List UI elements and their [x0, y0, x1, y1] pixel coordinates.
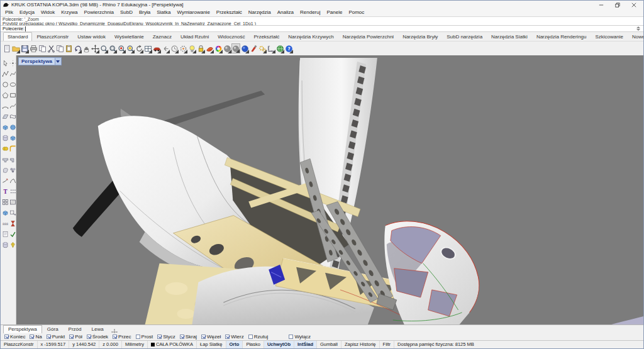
- smarttrack[interactable]: IntŚlad: [294, 341, 317, 348]
- text-icon[interactable]: T: [1, 187, 9, 195]
- osnap-toggle[interactable]: UchwytOb: [264, 341, 294, 348]
- tab-szkicowanie[interactable]: Szkicowanie: [591, 32, 628, 41]
- worksession-icon[interactable]: [9, 209, 16, 216]
- y-coordinate[interactable]: y 1440.542: [69, 341, 99, 348]
- display-options-icon[interactable]: [179, 43, 187, 53]
- rendered-display-icon[interactable]: [231, 43, 240, 53]
- ortho[interactable]: Orto: [226, 341, 243, 348]
- record-history[interactable]: Zapisz Historię: [341, 341, 380, 348]
- checkbox-pół[interactable]: [69, 335, 74, 339]
- menu-item-wymiarowanie[interactable]: Wymiarowanie: [174, 9, 213, 16]
- tab-nowe-w-v7[interactable]: Nowe w v7: [628, 32, 644, 41]
- checkbox-koniec[interactable]: [4, 335, 9, 339]
- loft-icon[interactable]: [9, 113, 16, 120]
- tab-narzędzia-siatki[interactable]: Narzędzia Siatki: [487, 32, 532, 41]
- gem-icon[interactable]: [9, 241, 16, 248]
- pan-icon[interactable]: [82, 43, 91, 53]
- hatch-icon[interactable]: [9, 198, 16, 206]
- checkbox-przec[interactable]: [113, 335, 117, 339]
- checkbox-punkt[interactable]: [47, 335, 51, 339]
- osnap-wierz[interactable]: Wierz: [225, 334, 243, 340]
- raytraced-display-icon[interactable]: [240, 43, 249, 53]
- polyline-icon[interactable]: [1, 70, 9, 77]
- osnap-skraj[interactable]: Skraj: [180, 334, 197, 340]
- options-icon[interactable]: [258, 43, 267, 53]
- view-history-icon[interactable]: [170, 43, 179, 53]
- checkbox-rzutuj[interactable]: [248, 335, 253, 339]
- pipe-elbow-icon[interactable]: [9, 155, 16, 163]
- menu-item-panele[interactable]: Panele: [323, 9, 345, 16]
- freeform-curve-icon[interactable]: [9, 102, 16, 109]
- osnap-pół[interactable]: Pół: [69, 334, 82, 340]
- boolean-union-icon[interactable]: [1, 145, 9, 152]
- x-coordinate[interactable]: x -1599.517: [38, 341, 70, 348]
- web-browser-icon[interactable]: [275, 43, 284, 53]
- named-view-icon[interactable]: [152, 43, 161, 53]
- help-icon[interactable]: ?: [284, 43, 293, 53]
- tab-płaszczkonstr[interactable]: PłaszczKonstr: [32, 32, 73, 41]
- arc-blend-icon[interactable]: [9, 177, 16, 184]
- viewport-tab-przod[interactable]: Przód: [64, 325, 87, 334]
- arc-icon[interactable]: [1, 102, 9, 109]
- osnap-środek[interactable]: Środek: [87, 334, 108, 340]
- menu-item-subd[interactable]: SubD: [117, 9, 136, 16]
- minimize-button[interactable]: [593, 1, 609, 9]
- gumball[interactable]: Gumball: [317, 341, 341, 348]
- blob-surface-icon[interactable]: [1, 166, 9, 174]
- menu-item-pomoc[interactable]: Pomoc: [345, 9, 367, 16]
- polygon-icon[interactable]: [1, 91, 9, 99]
- copy-icon[interactable]: [55, 43, 64, 53]
- osnap-przec[interactable]: Przec: [113, 334, 131, 340]
- checkbox-wyłącz[interactable]: [289, 335, 293, 339]
- viewport-tab-perspektywa[interactable]: Perspektywa: [3, 325, 42, 334]
- open-file-icon[interactable]: [11, 43, 20, 53]
- checkbox-skraj[interactable]: [180, 335, 184, 339]
- tab-zaznacz[interactable]: Zaznacz: [148, 32, 176, 41]
- maximize-button[interactable]: [609, 1, 626, 9]
- control-point-curve-icon[interactable]: [9, 70, 16, 77]
- history-hourglass-icon[interactable]: [9, 219, 16, 227]
- cplane-button[interactable]: PłaszczKonstr: [1, 341, 38, 348]
- menu-item-plik[interactable]: Plik: [2, 9, 16, 16]
- undo-view-icon[interactable]: [135, 43, 143, 53]
- tab-wyświetlanie[interactable]: Wyświetlanie: [110, 32, 148, 41]
- zoom-extents-icon[interactable]: [126, 43, 135, 53]
- menu-item-krzywa[interactable]: Krzywa: [58, 9, 80, 16]
- checkbox-na[interactable]: [30, 335, 34, 339]
- check-icon[interactable]: [9, 230, 16, 238]
- osnap-węzeł[interactable]: Węzeł: [201, 334, 221, 340]
- fillet-edge-icon[interactable]: [9, 145, 16, 152]
- tube-icon[interactable]: [1, 241, 9, 248]
- planar[interactable]: Płasko: [243, 341, 264, 348]
- viewport-title-tab[interactable]: Perspektywa: [18, 57, 62, 65]
- viewport-tab-gora[interactable]: Góra: [42, 325, 64, 334]
- block-icon[interactable]: [1, 209, 9, 216]
- new-file-icon[interactable]: [3, 43, 11, 53]
- osnap-koniec[interactable]: Koniec: [4, 334, 25, 340]
- point-cloud-icon[interactable]: [9, 166, 16, 174]
- zoom-dynamic-icon[interactable]: [99, 43, 108, 53]
- viewport-canvas[interactable]: [16, 55, 643, 324]
- bend-icon[interactable]: [1, 177, 9, 184]
- cut-icon[interactable]: [47, 43, 55, 53]
- viewport-layout-icon[interactable]: [143, 43, 152, 53]
- print-icon[interactable]: [29, 43, 38, 53]
- point-icon[interactable]: [9, 59, 16, 67]
- layer-indicator[interactable]: CAŁA POŁÓWKA: [148, 341, 197, 348]
- move-icon[interactable]: [91, 43, 99, 53]
- array-icon[interactable]: [1, 198, 9, 206]
- tab-narzędzia-powierzchni[interactable]: Narzędzia Powierzchni: [338, 32, 398, 41]
- points-grid-icon[interactable]: [9, 187, 16, 195]
- cylinder-icon[interactable]: [1, 134, 9, 141]
- box-icon[interactable]: [1, 123, 9, 131]
- measure-icon[interactable]: [267, 43, 275, 53]
- viewport-menu-dropdown[interactable]: [55, 58, 61, 65]
- checkbox-węzeł[interactable]: [201, 335, 206, 339]
- surface-corner-icon[interactable]: [1, 113, 9, 120]
- zoom-window-icon[interactable]: [108, 43, 117, 53]
- units[interactable]: Milimetry: [122, 341, 148, 348]
- scroll-down-icon[interactable]: [636, 29, 640, 31]
- zoom-selected-icon[interactable]: [117, 43, 126, 53]
- rectangle-icon[interactable]: [9, 91, 16, 99]
- osnap-wyłącz[interactable]: Wyłącz: [289, 334, 311, 340]
